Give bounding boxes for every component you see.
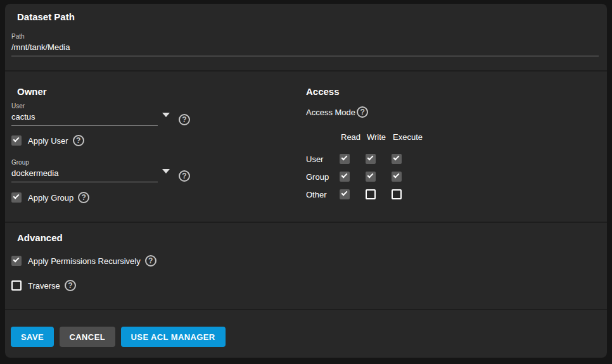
apply-recursively-label: Apply Permissions Recursively [28, 256, 141, 266]
check-icon [341, 190, 348, 196]
user-chevron-down-icon[interactable] [162, 113, 170, 117]
check-icon [341, 172, 348, 179]
apply-user-row: Apply User ? [11, 135, 306, 146]
advanced-title: Advanced [11, 233, 607, 243]
group-field-label: Group [11, 159, 158, 166]
path-field-label: Path [11, 33, 599, 41]
access-mode-row: Access Mode ? [306, 106, 607, 118]
apply-user-checkbox[interactable] [11, 135, 22, 146]
apply-recursively-checkbox[interactable] [11, 256, 22, 266]
group-execute-checkbox[interactable] [392, 172, 402, 182]
traverse-row: Traverse ? [11, 280, 607, 291]
apply-group-row: Apply Group ? [11, 192, 306, 203]
user-field-value[interactable]: cactus [11, 112, 158, 126]
group-chevron-down-icon[interactable] [162, 169, 170, 173]
apply-user-help-icon[interactable]: ? [73, 135, 84, 146]
apply-group-label: Apply Group [28, 193, 73, 203]
owner-title: Owner [11, 87, 306, 97]
other-read-checkbox[interactable] [340, 189, 350, 199]
access-col-header-read: Read [340, 132, 366, 142]
apply-recursively-help-icon[interactable]: ? [145, 255, 156, 267]
access-col-header-write: Write [366, 132, 392, 142]
access-mode-help-icon[interactable]: ? [357, 106, 368, 118]
access-col-header-execute: Execute [392, 132, 430, 142]
access-title: Access [306, 87, 607, 97]
check-icon [393, 172, 400, 179]
user-read-checkbox[interactable] [340, 154, 350, 164]
group-field-value[interactable]: dockermedia [11, 168, 158, 182]
access-row-label-group: Group [306, 168, 340, 185]
access-mode-grid: Read Write Execute User Group Other [306, 132, 607, 203]
user-help-icon[interactable]: ? [179, 114, 190, 125]
traverse-checkbox[interactable] [11, 280, 22, 291]
owner-access-section: Owner User cactus ? Apply User ? Group d… [5, 72, 607, 223]
check-icon [13, 193, 20, 199]
cancel-button[interactable]: CANCEL [60, 327, 116, 347]
access-row-label-user: User [306, 150, 340, 168]
access-row-label-other: Other [306, 185, 340, 203]
actions-section: SAVE CANCEL USE ACL MANAGER [5, 310, 607, 347]
path-field-value[interactable]: /mnt/tank/Media [11, 42, 599, 56]
access-column: Access Access Mode ? Read Write Execute … [306, 72, 607, 222]
dataset-path-title: Dataset Path [11, 12, 599, 22]
check-icon [13, 136, 20, 142]
group-select-field: Group dockermedia ? [11, 159, 306, 182]
advanced-section: Advanced Apply Permissions Recursively ?… [5, 223, 607, 310]
group-read-checkbox[interactable] [340, 172, 350, 182]
owner-column: Owner User cactus ? Apply User ? Group d… [5, 72, 306, 222]
check-icon [367, 154, 374, 161]
use-acl-manager-button[interactable]: USE ACL MANAGER [121, 327, 226, 347]
dataset-path-section: Dataset Path Path /mnt/tank/Media [5, 4, 607, 72]
access-mode-label: Access Mode [306, 108, 355, 117]
apply-group-checkbox[interactable] [11, 192, 22, 203]
user-select-field: User cactus ? [11, 103, 306, 126]
traverse-help-icon[interactable]: ? [65, 280, 76, 291]
group-write-checkbox[interactable] [366, 172, 376, 182]
recursive-row: Apply Permissions Recursively ? [11, 255, 607, 267]
user-field-label: User [11, 103, 158, 110]
user-write-checkbox[interactable] [366, 154, 376, 164]
other-execute-checkbox[interactable] [392, 189, 402, 199]
edit-permissions-card: Dataset Path Path /mnt/tank/Media Owner … [5, 4, 607, 358]
apply-group-help-icon[interactable]: ? [78, 192, 89, 203]
other-write-checkbox[interactable] [366, 189, 376, 199]
save-button[interactable]: SAVE [11, 327, 54, 347]
group-help-icon[interactable]: ? [179, 170, 190, 182]
user-execute-checkbox[interactable] [392, 154, 402, 164]
apply-user-label: Apply User [28, 136, 68, 146]
check-icon [367, 172, 374, 179]
check-icon [341, 154, 348, 161]
traverse-label: Traverse [28, 281, 60, 291]
path-field[interactable]: Path /mnt/tank/Media [11, 33, 599, 56]
check-icon [393, 154, 400, 161]
check-icon [13, 256, 20, 263]
